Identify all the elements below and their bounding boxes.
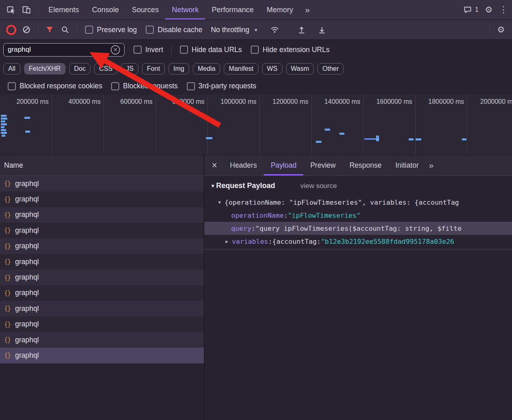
json-braces-icon: {} [4,196,11,203]
filter-toggle-icon[interactable] [42,22,57,37]
import-har-button[interactable] [294,22,309,37]
invert-checkbox[interactable]: Invert [133,46,163,54]
type-pill-js[interactable]: JS [121,63,138,74]
tab-network[interactable]: Network [165,0,205,20]
request-name: graphql [15,320,39,328]
type-pill-fetch-xhr[interactable]: Fetch/XHR [24,63,66,74]
tab-sources[interactable]: Sources [125,0,165,20]
type-pill-doc[interactable]: Doc [69,63,90,74]
payload-string-value: "b12e3b2192ee5588fdad995178a03e26 [321,238,454,245]
name-column-header[interactable]: Name [0,155,204,176]
request-row[interactable]: {}graphql [0,269,204,285]
payload-tree: ▼ {operationName: "ipFlowTimeseries", va… [204,196,512,249]
throttling-select[interactable]: No throttling ▾ [207,26,261,34]
magnifier-icon [61,25,70,34]
type-pill-all[interactable]: All [3,63,20,74]
inspect-element-icon[interactable] [3,2,19,18]
blocked-requests-checkbox[interactable]: Blocked requests [111,82,177,90]
expand-triangle-icon[interactable]: ▼ [218,200,221,205]
hide-data-urls-checkbox[interactable]: Hide data URLs [180,46,242,54]
tab-elements[interactable]: Elements [42,0,85,20]
detail-tab-preview[interactable]: Preview [303,155,342,175]
type-pill-media[interactable]: Media [193,63,221,74]
funnel-icon [45,25,54,34]
settings-gear-icon[interactable]: ⚙ [481,2,497,18]
network-settings-gear-icon[interactable]: ⚙ [493,22,509,37]
checkbox-label: Invert [145,46,163,54]
type-pill-ws[interactable]: WS [262,63,282,74]
waterfall-bar [25,131,30,133]
payload-operation-row[interactable]: operationName: "ipFlowTimeseries" [204,209,512,222]
type-pill-other[interactable]: Other [317,63,344,74]
filter-input-value: graphql [8,46,111,54]
expand-triangle-icon[interactable]: ▶ [225,239,228,244]
type-pill-font[interactable]: Font [142,63,165,74]
export-har-button[interactable] [314,22,330,37]
type-pill-css[interactable]: CSS [94,63,117,74]
request-row[interactable]: {}graphql [0,332,204,348]
request-row[interactable]: {}graphql [0,348,204,363]
network-conditions-icon[interactable] [267,22,282,37]
record-button[interactable] [3,22,19,37]
separator [489,24,490,35]
request-row[interactable]: {}graphql [0,317,204,332]
detail-tab-response[interactable]: Response [343,155,389,175]
tab-console[interactable]: Console [85,0,125,20]
hide-extension-urls-checkbox[interactable]: Hide extension URLs [251,46,329,54]
preserve-log-checkbox[interactable]: Preserve log [85,26,137,34]
separator [171,44,172,55]
request-name: graphql [15,304,39,313]
request-name: graphql [15,179,39,188]
requests-panel: Name {}graphql{}graphql{}graphql{}graphq… [0,155,204,420]
checkbox-box [8,82,16,90]
request-row[interactable]: {}graphql [0,254,204,269]
payload-variables-row[interactable]: ▶ variables: {accountTag: "b12e3b2192ee5… [204,235,512,248]
close-details-icon[interactable]: × [206,160,223,171]
waterfall-bar [24,117,30,119]
clear-requests-button[interactable] [19,22,34,37]
request-row[interactable]: {}graphql [0,285,204,301]
tab-memory[interactable]: Memory [260,0,300,20]
upload-arrow-icon [297,25,306,34]
request-row[interactable]: {}graphql [0,238,204,254]
detail-tab-headers[interactable]: Headers [223,155,264,175]
tab-performance[interactable]: Performance [205,0,260,20]
more-detail-tabs-icon[interactable]: » [429,160,434,170]
wifi-gear-icon [270,25,280,35]
detail-tab-payload[interactable]: Payload [264,155,303,175]
request-row[interactable]: {}graphql [0,191,204,207]
type-pill-img[interactable]: Img [168,63,189,74]
chevron-down-icon: ▾ [255,27,258,33]
json-braces-icon: {} [4,336,11,343]
filter-bar: graphql ✕ Invert Hide data URLs Hide ext… [0,40,512,59]
kebab-menu-icon[interactable]: ⋮ [497,2,512,18]
request-row[interactable]: {}graphql [0,207,204,223]
more-tabs-icon[interactable]: » [300,2,315,18]
type-pill-wasm[interactable]: Wasm [286,63,314,74]
json-braces-icon: {} [4,258,11,265]
request-row[interactable]: {}graphql [0,223,204,238]
device-toolbar-icon[interactable] [19,2,34,18]
issues-button[interactable]: 1 [463,5,479,14]
checkbox-box [111,82,119,90]
payload-root-row[interactable]: ▼ {operationName: "ipFlowTimeseries", va… [204,196,512,209]
collapse-triangle-icon[interactable]: ▼ [210,183,215,189]
type-pill-manifest[interactable]: Manifest [224,63,258,74]
checkbox-box [180,46,188,54]
request-name: graphql [15,195,39,203]
network-overview-timeline[interactable]: 200000 ms400000 ms600000 ms800000 ms1000… [0,94,512,155]
detail-tab-initiator[interactable]: Initiator [388,155,425,175]
request-row[interactable]: {}graphql [0,176,204,191]
json-braces-icon: {} [4,180,11,187]
colon: : [268,238,272,245]
payload-query-row[interactable]: query: "query ipFlowTimeseries($accountT… [204,222,512,235]
blocked-response-cookies-checkbox[interactable]: Blocked response cookies [8,82,102,90]
disable-cache-checkbox[interactable]: Disable cache [146,26,202,34]
request-row[interactable]: {}graphql [0,301,204,316]
filter-input[interactable]: graphql ✕ [3,43,125,57]
view-source-link[interactable]: view source [300,182,337,190]
3rd-party-requests-checkbox[interactable]: 3rd-party requests [187,82,256,90]
checkbox-label: Blocked requests [123,82,177,90]
search-icon[interactable] [57,22,73,37]
clear-filter-icon[interactable]: ✕ [111,45,120,55]
